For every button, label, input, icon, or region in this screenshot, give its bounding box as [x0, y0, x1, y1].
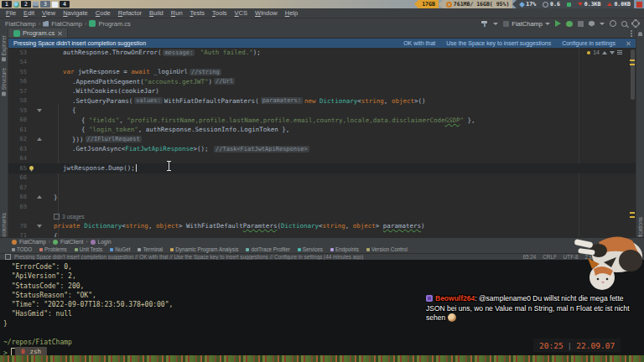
fold-marker-icon[interactable] [37, 137, 42, 141]
load-stat-label: 0.6 [550, 1, 560, 8]
build-dropdown-icon[interactable] [493, 23, 498, 25]
strip-explorer[interactable]: Explorer [1, 35, 7, 61]
breadcrumb-item[interactable]: FiatChamp [51, 20, 82, 28]
settings-gear-icon[interactable] [632, 20, 639, 27]
workspace-4[interactable]: 4 [60, 1, 70, 8]
code-segment: //string [190, 69, 221, 75]
status-message[interactable]: Pressing Space didn't insert completion … [14, 254, 363, 260]
menu-tools[interactable]: Tools [212, 9, 227, 17]
code-lines[interactable]: 53authResponse.ThrowOnError(message: "Au… [8, 48, 636, 237]
editor-scrollbar[interactable] [631, 49, 635, 100]
code-line-57[interactable]: 57.WithCookies(cookieJar) [8, 86, 636, 96]
code-line-65[interactable]: 65jwtResponse.Dump(); [8, 163, 636, 173]
toolwindow-endpoints[interactable]: Endpoints [330, 246, 359, 252]
code-line-66[interactable]: 66 [8, 173, 636, 184]
code-line-62[interactable]: 62}))//IFlurlRequest [8, 135, 636, 145]
stop-button[interactable] [578, 21, 584, 27]
code-line-55[interactable]: 55var jwtResponse = await _loginUrl//str… [8, 67, 636, 77]
next-warning-icon[interactable] [610, 51, 615, 54]
workspace-3[interactable]: 3 [40, 1, 50, 8]
banner-action-0[interactable]: OK with that [403, 40, 435, 46]
menu-navigate[interactable]: Navigate [63, 9, 88, 17]
menu-edit[interactable]: Edit [23, 9, 34, 17]
code-lens-row[interactable]: 3 usages [8, 212, 636, 222]
menu-refactor[interactable]: Refactor [118, 9, 142, 17]
warning-stripe-mark[interactable] [630, 64, 635, 65]
menu-window[interactable]: Window [255, 9, 278, 17]
inspections-widget[interactable]: 14 [587, 49, 622, 55]
banner-close-icon[interactable] [626, 41, 631, 46]
bottom-breadcrumb-item[interactable]: FiatClient [60, 239, 83, 245]
toolwindow-dottrace-profiler[interactable]: dotTrace Profiler [246, 246, 289, 252]
status-item-0[interactable]: 65:24 [523, 254, 537, 260]
toolwindow-version-control[interactable]: Version Control [366, 246, 408, 252]
status-item-1[interactable]: CRLF [543, 254, 556, 260]
prev-warning-icon[interactable] [602, 51, 607, 54]
warning-stripe-mark[interactable] [630, 212, 635, 214]
build-hammer-icon[interactable] [481, 20, 488, 27]
workspace-1[interactable]: 1 [2, 1, 12, 8]
tab-options-kebab-icon[interactable] [631, 30, 632, 37]
toolwindow-unit-tests[interactable]: Unit Tests [75, 246, 103, 252]
restart-icon[interactable] [610, 20, 616, 27]
toolwindow-dynamic-program-analysis[interactable]: Dynamic Program Analysis [170, 246, 238, 252]
toolwindow-services[interactable]: Services [298, 246, 323, 252]
toolwindow-todo[interactable]: TODO [12, 246, 32, 252]
breadcrumb-item[interactable]: Program.cs [98, 20, 130, 28]
code-line-67[interactable]: 67 [8, 183, 636, 193]
profiler-icon[interactable] [589, 21, 595, 27]
code-line-68[interactable]: 68} [8, 193, 636, 203]
workspace-switcher[interactable]: 1234 [0, 0, 70, 8]
warning-stripe-mark[interactable] [630, 216, 635, 218]
code-line-60[interactable]: 60{ "fields", "profile.firstName,profile… [8, 116, 636, 126]
code-line-61[interactable]: 61{ "login_token", authResponse.SessionI… [8, 125, 636, 135]
tab-program.cs[interactable]: Program.cs [8, 28, 68, 38]
code-line-70[interactable]: 70private Dictionary<string, object> Wit… [8, 221, 636, 231]
debug-button[interactable] [566, 21, 573, 27]
code-line-53[interactable]: 53authResponse.ThrowOnError(message: "Au… [8, 48, 636, 58]
bottom-breadcrumb-item[interactable]: Login [98, 239, 112, 245]
search-icon[interactable] [621, 21, 627, 27]
workspace-2[interactable]: 2 [21, 1, 31, 8]
inspections-menu-icon[interactable] [617, 50, 622, 54]
menu-run[interactable]: Run [171, 9, 183, 17]
profiler-dropdown-icon[interactable] [600, 23, 605, 25]
code-editor[interactable]: 53authResponse.ThrowOnError(message: "Au… [8, 48, 636, 237]
breadcrumb-item[interactable]: FiatChamp [5, 20, 36, 28]
code-text: private Dictionary<string, object> WithF… [44, 222, 425, 230]
menu-build[interactable]: Build [149, 9, 164, 17]
code-line-58[interactable]: 58.SetQueryParams(values:WithFiatDefault… [8, 96, 636, 106]
code-line-56[interactable]: 56.AppendPathSegment("accounts.getJWT")/… [8, 77, 636, 87]
bottom-breadcrumb-item[interactable]: FiatChamp [19, 239, 46, 245]
quickfix-bulb-icon[interactable] [29, 166, 34, 170]
toolwindow-nuget[interactable]: NuGet [110, 246, 130, 252]
warning-stripe-mark[interactable] [630, 59, 635, 61]
code-line-64[interactable]: 64 [8, 154, 636, 164]
menu-vcs[interactable]: VCS [235, 9, 247, 17]
event-log-icon[interactable] [5, 254, 11, 260]
menu-code[interactable]: Code [96, 9, 111, 17]
fold-marker-icon[interactable] [37, 109, 42, 112]
usages-lens-text[interactable]: 3 usages [62, 214, 84, 220]
bell-icon[interactable] [638, 32, 642, 36]
code-line-59[interactable]: 59{ [8, 106, 636, 116]
run-button[interactable] [555, 20, 561, 27]
fold-marker-icon[interactable] [37, 195, 42, 199]
code-line-63[interactable]: 63.GetJsonAsync<FiatJwtApiResponse>(); /… [8, 144, 636, 154]
run-configuration-select[interactable]: FiatChamp [503, 20, 550, 28]
menu-tests[interactable]: Tests [190, 9, 205, 17]
code-line-69[interactable]: 69 [8, 202, 636, 212]
menu-file[interactable]: File [6, 9, 16, 17]
tab-close-icon[interactable] [57, 31, 62, 36]
menu-view[interactable]: View [42, 9, 55, 17]
code-line-71[interactable]: 71{ [8, 231, 636, 238]
strip-structure[interactable]: Structure [1, 68, 7, 96]
toolwindow-terminal[interactable]: Terminal [138, 246, 163, 252]
code-line-54[interactable]: 54 [8, 58, 636, 68]
toolwindow-problems[interactable]: Problems [39, 246, 67, 252]
banner-action-1[interactable]: Use the Space key to insert suggestions [446, 40, 551, 46]
banner-action-2[interactable]: Configure in settings [562, 40, 615, 46]
menu-help[interactable]: Help [285, 9, 298, 17]
tmux-window-tab[interactable]: 0 zsh [15, 347, 47, 355]
fold-marker-icon[interactable] [37, 225, 42, 228]
